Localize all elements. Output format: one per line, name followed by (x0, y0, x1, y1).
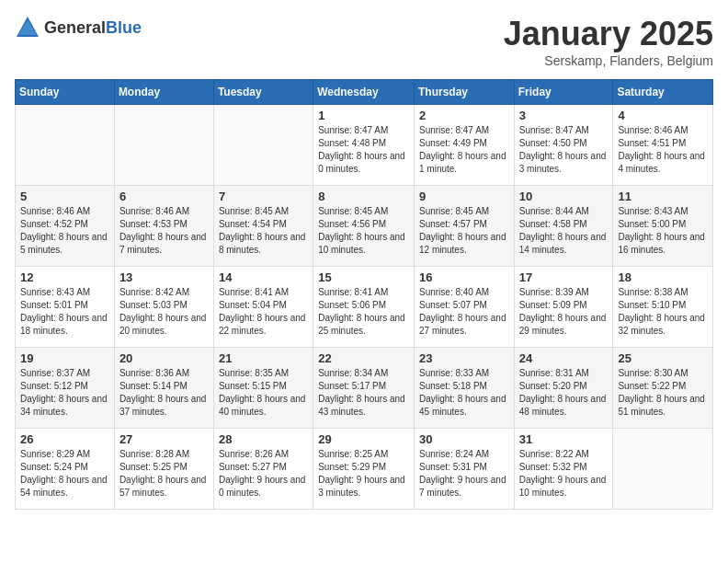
sunset-text: Sunset: 5:00 PM (618, 218, 708, 231)
table-row: 29Sunrise: 8:25 AMSunset: 5:29 PMDayligh… (313, 429, 415, 510)
calendar-week-row: 1Sunrise: 8:47 AMSunset: 4:48 PMDaylight… (16, 105, 713, 186)
table-row (213, 105, 313, 186)
sunset-text: Sunset: 5:17 PM (318, 380, 409, 393)
table-row: 28Sunrise: 8:26 AMSunset: 5:27 PMDayligh… (213, 429, 313, 510)
day-detail: Sunrise: 8:39 AMSunset: 5:09 PMDaylight:… (519, 286, 609, 338)
day-detail: Sunrise: 8:38 AMSunset: 5:10 PMDaylight:… (618, 286, 708, 338)
day-number: 7 (219, 190, 308, 203)
svg-marker-1 (18, 20, 37, 35)
sunset-text: Sunset: 4:53 PM (119, 218, 209, 231)
sunrise-text: Sunrise: 8:43 AM (618, 205, 708, 218)
sunrise-text: Sunrise: 8:30 AM (618, 367, 708, 380)
sunset-text: Sunset: 4:57 PM (419, 218, 509, 231)
day-detail: Sunrise: 8:46 AMSunset: 4:53 PMDaylight:… (119, 205, 209, 257)
sunrise-text: Sunrise: 8:46 AM (618, 124, 708, 137)
table-row: 17Sunrise: 8:39 AMSunset: 5:09 PMDayligh… (514, 267, 613, 348)
sunset-text: Sunset: 5:27 PM (219, 461, 308, 474)
day-number: 14 (219, 270, 308, 284)
day-detail: Sunrise: 8:26 AMSunset: 5:27 PMDaylight:… (219, 448, 308, 500)
daylight-text: Daylight: 8 hours and 51 minutes. (618, 393, 708, 419)
table-row: 15Sunrise: 8:41 AMSunset: 5:06 PMDayligh… (313, 267, 415, 348)
page-header: GeneralBlue January 2025 Serskamp, Fland… (15, 15, 713, 68)
table-row: 8Sunrise: 8:45 AMSunset: 4:56 PMDaylight… (313, 186, 415, 267)
day-detail: Sunrise: 8:33 AMSunset: 5:18 PMDaylight:… (419, 367, 509, 419)
day-detail: Sunrise: 8:29 AMSunset: 5:24 PMDaylight:… (20, 448, 109, 500)
sunset-text: Sunset: 4:52 PM (20, 218, 109, 231)
day-detail: Sunrise: 8:22 AMSunset: 5:32 PMDaylight:… (519, 448, 609, 500)
sunrise-text: Sunrise: 8:47 AM (318, 124, 409, 137)
table-row: 9Sunrise: 8:45 AMSunset: 4:57 PMDaylight… (414, 186, 514, 267)
sunset-text: Sunset: 4:49 PM (419, 137, 509, 150)
table-row: 1Sunrise: 8:47 AMSunset: 4:48 PMDaylight… (313, 105, 415, 186)
sunset-text: Sunset: 5:25 PM (119, 461, 209, 474)
day-number: 19 (20, 351, 109, 365)
day-number: 9 (419, 190, 509, 203)
daylight-text: Daylight: 8 hours and 18 minutes. (20, 312, 109, 338)
daylight-text: Daylight: 8 hours and 3 minutes. (519, 150, 609, 176)
day-number: 2 (419, 109, 509, 122)
day-number: 11 (618, 190, 708, 203)
sunset-text: Sunset: 5:32 PM (519, 461, 609, 474)
sunset-text: Sunset: 5:18 PM (419, 380, 509, 393)
daylight-text: Daylight: 8 hours and 20 minutes. (119, 312, 209, 338)
table-row: 12Sunrise: 8:43 AMSunset: 5:01 PMDayligh… (16, 267, 115, 348)
sunrise-text: Sunrise: 8:26 AM (219, 448, 308, 461)
title-area: January 2025 Serskamp, Flanders, Belgium (504, 15, 713, 68)
day-number: 25 (618, 351, 708, 365)
daylight-text: Daylight: 8 hours and 37 minutes. (119, 393, 209, 419)
day-detail: Sunrise: 8:42 AMSunset: 5:03 PMDaylight:… (119, 286, 209, 338)
sunrise-text: Sunrise: 8:25 AM (318, 448, 409, 461)
day-detail: Sunrise: 8:30 AMSunset: 5:22 PMDaylight:… (618, 367, 708, 419)
day-number: 17 (519, 270, 609, 284)
sunrise-text: Sunrise: 8:42 AM (119, 286, 209, 299)
calendar-table: Sunday Monday Tuesday Wednesday Thursday… (15, 79, 713, 510)
daylight-text: Daylight: 8 hours and 16 minutes. (618, 231, 708, 257)
table-row: 25Sunrise: 8:30 AMSunset: 5:22 PMDayligh… (613, 348, 713, 429)
day-detail: Sunrise: 8:34 AMSunset: 5:17 PMDaylight:… (318, 367, 409, 419)
table-row (114, 105, 213, 186)
header-friday: Friday (514, 80, 613, 105)
table-row: 5Sunrise: 8:46 AMSunset: 4:52 PMDaylight… (16, 186, 115, 267)
day-detail: Sunrise: 8:47 AMSunset: 4:49 PMDaylight:… (419, 124, 509, 176)
table-row: 18Sunrise: 8:38 AMSunset: 5:10 PMDayligh… (613, 267, 713, 348)
day-detail: Sunrise: 8:28 AMSunset: 5:25 PMDaylight:… (119, 448, 209, 500)
daylight-text: Daylight: 8 hours and 5 minutes. (20, 231, 109, 257)
header-thursday: Thursday (414, 80, 514, 105)
month-title: January 2025 (504, 15, 713, 53)
sunset-text: Sunset: 5:07 PM (419, 299, 509, 312)
sunset-text: Sunset: 5:03 PM (119, 299, 209, 312)
logo-text-general: General (44, 18, 106, 37)
sunset-text: Sunset: 5:29 PM (318, 461, 409, 474)
day-number: 20 (119, 351, 209, 365)
sunrise-text: Sunrise: 8:31 AM (519, 367, 609, 380)
sunset-text: Sunset: 5:06 PM (318, 299, 409, 312)
daylight-text: Daylight: 8 hours and 12 minutes. (419, 231, 509, 257)
day-detail: Sunrise: 8:44 AMSunset: 4:58 PMDaylight:… (519, 205, 609, 257)
table-row: 4Sunrise: 8:46 AMSunset: 4:51 PMDaylight… (613, 105, 713, 186)
daylight-text: Daylight: 8 hours and 48 minutes. (519, 393, 609, 419)
table-row: 22Sunrise: 8:34 AMSunset: 5:17 PMDayligh… (313, 348, 415, 429)
sunrise-text: Sunrise: 8:43 AM (20, 286, 109, 299)
table-row: 7Sunrise: 8:45 AMSunset: 4:54 PMDaylight… (213, 186, 313, 267)
daylight-text: Daylight: 8 hours and 40 minutes. (219, 393, 308, 419)
day-detail: Sunrise: 8:25 AMSunset: 5:29 PMDaylight:… (318, 448, 409, 500)
day-number: 16 (419, 270, 509, 284)
table-row: 14Sunrise: 8:41 AMSunset: 5:04 PMDayligh… (213, 267, 313, 348)
table-row: 2Sunrise: 8:47 AMSunset: 4:49 PMDaylight… (414, 105, 514, 186)
calendar-week-row: 5Sunrise: 8:46 AMSunset: 4:52 PMDaylight… (16, 186, 713, 267)
sunrise-text: Sunrise: 8:46 AM (119, 205, 209, 218)
daylight-text: Daylight: 8 hours and 32 minutes. (618, 312, 708, 338)
sunset-text: Sunset: 5:09 PM (519, 299, 609, 312)
day-detail: Sunrise: 8:45 AMSunset: 4:56 PMDaylight:… (318, 205, 409, 257)
daylight-text: Daylight: 8 hours and 14 minutes. (519, 231, 609, 257)
daylight-text: Daylight: 8 hours and 45 minutes. (419, 393, 509, 419)
sunrise-text: Sunrise: 8:40 AM (419, 286, 509, 299)
daylight-text: Daylight: 9 hours and 3 minutes. (318, 474, 409, 500)
table-row: 19Sunrise: 8:37 AMSunset: 5:12 PMDayligh… (16, 348, 115, 429)
sunset-text: Sunset: 4:51 PM (618, 137, 708, 150)
sunrise-text: Sunrise: 8:47 AM (419, 124, 509, 137)
sunrise-text: Sunrise: 8:45 AM (419, 205, 509, 218)
header-saturday: Saturday (613, 80, 713, 105)
sunset-text: Sunset: 5:01 PM (20, 299, 109, 312)
day-number: 22 (318, 351, 409, 365)
